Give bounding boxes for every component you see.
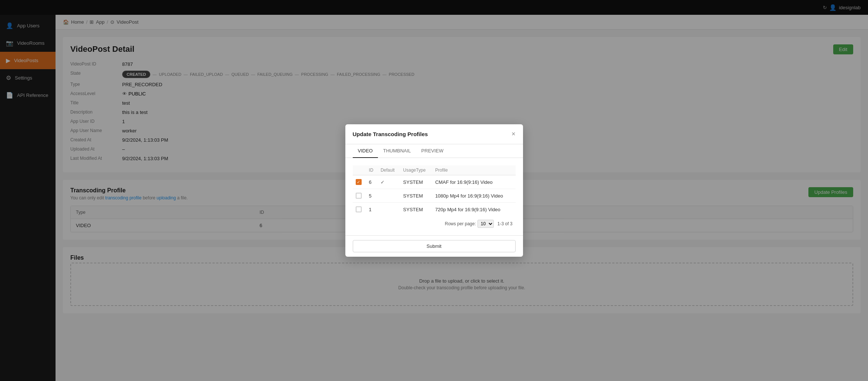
modal-row-profile-1: CMAF for 16:9(9:16) Video <box>432 175 516 189</box>
modal-body: ID Default UsageType Profile ✓ 6 ✓ SYSTE… <box>345 158 523 235</box>
page-info: 1-3 of 3 <box>497 221 513 226</box>
col-modal-default: Default <box>378 165 400 175</box>
checkbox-cell-3[interactable] <box>353 203 366 216</box>
modal-tabs: VIDEO THUMBNAIL PREVIEW <box>345 144 523 158</box>
modal-row-default-3 <box>378 203 400 216</box>
modal-row-profile-2: 1080p Mp4 for 16:9(9:16) Video <box>432 189 516 203</box>
checkbox-checked-1[interactable]: ✓ <box>356 179 362 185</box>
modal-row-default-2 <box>378 189 400 203</box>
modal-overlay[interactable]: Update Transcoding Profiles × VIDEO THUM… <box>0 0 868 381</box>
modal-close-button[interactable]: × <box>512 130 516 138</box>
col-modal-usage: UsageType <box>400 165 432 175</box>
checkbox-cell-1[interactable]: ✓ <box>353 175 366 189</box>
default-checkmark-1: ✓ <box>381 179 385 185</box>
modal-row-usage-3: SYSTEM <box>400 203 432 216</box>
modal-row-profile-3: 720p Mp4 for 16:9(9:16) Video <box>432 203 516 216</box>
rows-per-page-label: Rows per page: <box>445 221 476 226</box>
tab-thumbnail[interactable]: THUMBNAIL <box>378 144 416 158</box>
modal-dialog: Update Transcoding Profiles × VIDEO THUM… <box>345 124 523 257</box>
modal-row-default-1: ✓ <box>378 175 400 189</box>
modal-row-id-2: 5 <box>366 189 378 203</box>
checkbox-unchecked-2[interactable] <box>356 193 362 199</box>
checkbox-unchecked-3[interactable] <box>356 206 362 212</box>
table-row: ✓ 6 ✓ SYSTEM CMAF for 16:9(9:16) Video <box>353 175 516 189</box>
modal-title: Update Transcoding Profiles <box>353 131 428 137</box>
col-modal-profile: Profile <box>432 165 516 175</box>
modal-row-usage-1: SYSTEM <box>400 175 432 189</box>
table-row: 5 SYSTEM 1080p Mp4 for 16:9(9:16) Video <box>353 189 516 203</box>
rows-per-page: Rows per page: 10 25 50 <box>445 220 494 228</box>
modal-row-id-3: 1 <box>366 203 378 216</box>
rows-per-page-select[interactable]: 10 25 50 <box>477 220 494 228</box>
modal-table: ID Default UsageType Profile ✓ 6 ✓ SYSTE… <box>353 165 516 216</box>
col-modal-id: ID <box>366 165 378 175</box>
submit-button[interactable]: Submit <box>353 240 516 252</box>
col-checkbox <box>353 165 366 175</box>
pagination-row: Rows per page: 10 25 50 1-3 of 3 <box>353 216 516 228</box>
modal-row-usage-2: SYSTEM <box>400 189 432 203</box>
checkbox-cell-2[interactable] <box>353 189 366 203</box>
tab-preview[interactable]: PREVIEW <box>416 144 449 158</box>
modal-header: Update Transcoding Profiles × <box>345 124 523 144</box>
modal-row-id-1: 6 <box>366 175 378 189</box>
tab-video[interactable]: VIDEO <box>353 144 378 158</box>
modal-footer: Submit <box>345 235 523 257</box>
table-row: 1 SYSTEM 720p Mp4 for 16:9(9:16) Video <box>353 203 516 216</box>
